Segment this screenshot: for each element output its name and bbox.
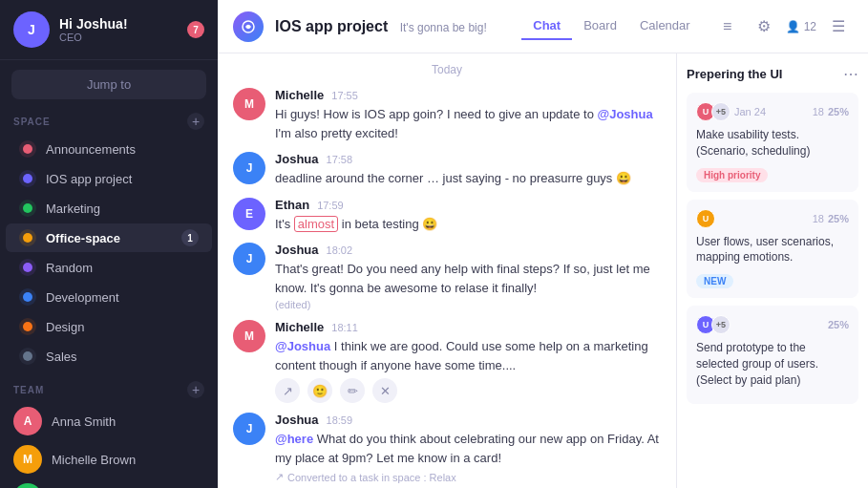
jump-to-button[interactable]: Jump to [11, 70, 206, 99]
task-card-header-1: U +5 Jan 24 18 25% [696, 102, 849, 121]
msg-text-6: @here What do you think about celebratin… [275, 430, 661, 467]
chat-area: Today M Michelle 17:55 Hi guys! How is I… [218, 53, 868, 488]
space-label-office-space: Office-space [46, 231, 172, 245]
panel-header: Prepering the UI ⋯ [687, 65, 858, 83]
avatar-more: +5 [711, 315, 730, 334]
delete-button[interactable]: ✕ [372, 378, 397, 403]
space-icon-design [19, 318, 36, 335]
messages-list: M Michelle 17:55 Hi guys! How is IOS app… [218, 80, 676, 488]
space-icon-random [19, 259, 36, 276]
team-name-anna: Anna Smith [52, 414, 116, 429]
space-label-random: Random [46, 261, 199, 275]
team-item-emma[interactable]: E Emma Levis [0, 478, 218, 488]
settings-icon-button[interactable]: ⚙ [750, 12, 778, 41]
sidebar: J Hi Joshua! CEO 7 Jump to SPACE + Annou… [0, 0, 218, 488]
sidebar-item-office-space[interactable]: Office-space 1 [6, 223, 212, 252]
msg-time-5: 18:11 [331, 322, 358, 333]
app-logo [233, 11, 264, 42]
sidebar-item-marketing[interactable]: Marketing [6, 194, 212, 223]
space-icon-office-space [19, 229, 36, 246]
space-icon-sales [19, 348, 36, 365]
avatars-stack-1: U +5 [696, 102, 730, 121]
task-tag-1: High priority [696, 168, 768, 182]
user-avatar: J [13, 11, 50, 48]
message-actions: ↗ 🙂 ✏ ✕ [275, 378, 661, 403]
space-label-ios-app: IOS app project [46, 172, 199, 186]
sidebar-item-announcements[interactable]: Announcements [6, 135, 212, 163]
msg-avatar-2: J [233, 152, 265, 184]
sidebar-item-design[interactable]: Design [6, 312, 212, 341]
chat-date-label: Today [218, 53, 676, 80]
msg-time-2: 17:58 [327, 154, 353, 165]
task-card-2[interactable]: U 18 25% User flows, user scenarios, map… [687, 200, 858, 299]
msg-text-4: That's great! Do you need any help with … [275, 260, 661, 297]
more-icon-button[interactable]: ☰ [824, 12, 853, 41]
msg-header-6: Joshua 18:59 [275, 413, 661, 427]
task-text-3: Send prototype to the selected group of … [696, 340, 849, 388]
space-icon-development [19, 288, 36, 306]
space-label-design: Design [46, 320, 199, 334]
msg-name-4: Joshua [275, 243, 319, 257]
sidebar-item-ios-app[interactable]: IOS app project [6, 164, 212, 193]
msg-content-6: Joshua 18:59 @here What do you think abo… [275, 413, 661, 483]
task-card-1[interactable]: U +5 Jan 24 18 25% Make usability tests.… [687, 93, 858, 192]
task-card-3[interactable]: U +5 25% Send prototype to the selected … [687, 306, 858, 403]
member-count-value: 12 [804, 20, 816, 33]
avatar-more: +5 [711, 102, 730, 121]
converted-icon: ↗ [275, 471, 284, 483]
msg-edited-4: (edited) [275, 299, 661, 310]
msg-content-4: Joshua 18:02 That's great! Do you need a… [275, 243, 661, 310]
sidebar-item-random[interactable]: Random [6, 253, 212, 282]
msg-text-2: deadline around the corner … just saying… [275, 169, 661, 188]
share-button[interactable]: ↗ [275, 378, 300, 403]
team-avatar-michelle: M [13, 445, 42, 474]
panel-more-button[interactable]: ⋯ [843, 65, 858, 83]
notification-badge[interactable]: 7 [187, 21, 204, 38]
team-avatar-emma: E [13, 483, 42, 488]
space-label-marketing: Marketing [46, 202, 199, 216]
teams-list: A Anna Smith M Michelle Brown E Emma Lev… [0, 402, 218, 488]
tab-board[interactable]: Board [572, 12, 628, 40]
sidebar-item-sales[interactable]: Sales [6, 342, 212, 371]
msg-avatar-6: J [233, 413, 265, 445]
edit-button[interactable]: ✏ [340, 378, 365, 403]
topbar-tabs: ChatBoardCalendar [521, 12, 701, 40]
msg-time-1: 17:55 [331, 90, 358, 101]
msg-avatar-3: E [233, 198, 265, 230]
menu-icon-button[interactable]: ≡ [713, 12, 742, 41]
space-label-development: Development [46, 290, 199, 305]
message-2: J Joshua 17:58 deadline around the corne… [233, 152, 661, 188]
msg-text-3: It's almost in beta testing 😀 [275, 215, 661, 234]
msg-avatar-5: M [233, 320, 265, 352]
msg-time-4: 18:02 [327, 244, 353, 256]
greeting-text: Hi Joshua! [59, 16, 178, 32]
space-icon-marketing [19, 200, 36, 217]
msg-header-3: Ethan 17:59 [275, 198, 661, 212]
chat-main: Today M Michelle 17:55 Hi guys! How is I… [218, 53, 677, 488]
message-5: M Michelle 18:11 @Joshua I think we are … [233, 320, 661, 403]
team-item-anna[interactable]: A Anna Smith [0, 402, 218, 440]
right-panel: Prepering the UI ⋯ U +5 Jan 24 18 25% Ma… [677, 53, 868, 488]
msg-name-1: Michelle [275, 88, 324, 102]
sidebar-item-development[interactable]: Development [6, 283, 212, 311]
task-date-1: Jan 24 [734, 106, 805, 117]
task-count-1: 18 [813, 106, 824, 117]
spaces-label: SPACE [13, 117, 51, 127]
msg-content-2: Joshua 17:58 deadline around the corner … [275, 152, 661, 188]
space-label-announcements: Announcements [46, 142, 199, 157]
msg-name-6: Joshua [275, 413, 319, 427]
msg-avatar-1: M [233, 88, 265, 120]
task-text-2: User flows, user scenarios, mapping emot… [696, 234, 849, 266]
msg-time-3: 17:59 [317, 200, 344, 211]
msg-text-1: Hi guys! How is IOS app goin? I need to … [275, 105, 661, 142]
tab-calendar[interactable]: Calendar [628, 12, 702, 40]
team-item-michelle[interactable]: M Michelle Brown [0, 440, 218, 478]
space-label-sales: Sales [46, 350, 199, 364]
emoji-button[interactable]: 🙂 [307, 378, 332, 403]
mention: @Joshua [275, 339, 330, 353]
tab-chat[interactable]: Chat [521, 12, 572, 40]
add-team-button[interactable]: + [187, 381, 204, 398]
msg-header-2: Joshua 17:58 [275, 152, 661, 166]
add-space-button[interactable]: + [187, 113, 204, 130]
topbar-actions: ≡ ⚙ 👤 12 ☰ [713, 12, 853, 41]
